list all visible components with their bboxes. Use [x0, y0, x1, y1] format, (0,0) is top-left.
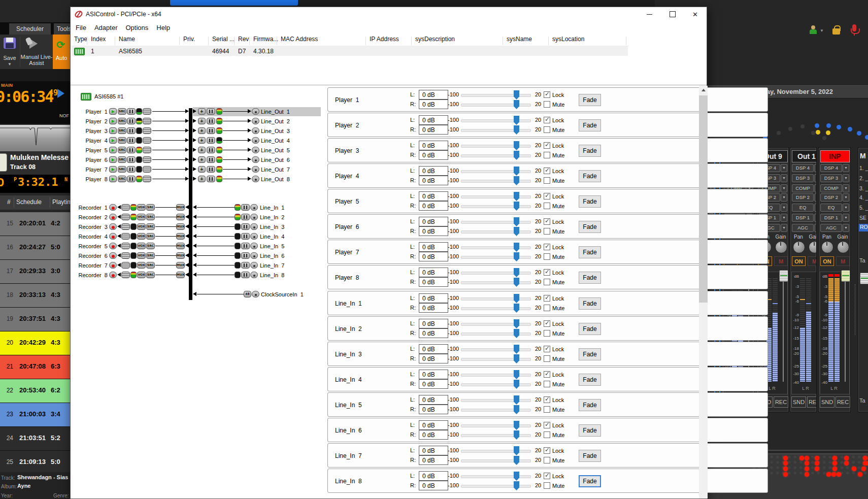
tree-player-row[interactable]: Player 3 SRC + Line_Out 3: [73, 126, 326, 136]
sum-icon[interactable]: +: [198, 108, 206, 115]
meter-icon[interactable]: [130, 272, 137, 278]
volume-icon[interactable]: [207, 118, 215, 124]
playlist-row[interactable]: 22 20:53:40 6:2: [0, 379, 70, 403]
fade-button[interactable]: Fade: [579, 424, 601, 437]
column-header[interactable]: sysDescription: [415, 36, 455, 46]
fx-dropdown-icon[interactable]: ▼: [814, 174, 817, 182]
linein-icon[interactable]: [250, 272, 258, 278]
playlist-row[interactable]: 20 20:42:29 4:3: [0, 331, 70, 355]
lock-checkbox[interactable]: ✓: [544, 371, 550, 378]
right-gain-input[interactable]: [419, 455, 448, 465]
src-icon[interactable]: SRC: [146, 233, 155, 240]
gain-slider[interactable]: [461, 170, 531, 173]
side-item[interactable]: 3. _: [859, 185, 868, 191]
src-icon[interactable]: SRC: [118, 127, 126, 134]
meter-icon[interactable]: [130, 252, 137, 259]
volume-icon[interactable]: [127, 156, 136, 163]
lock-checkbox[interactable]: ✓: [544, 396, 550, 403]
mute-checkbox[interactable]: [544, 355, 550, 362]
rec-button[interactable]: REC: [774, 396, 788, 408]
fx-dropdown-icon[interactable]: ▼: [781, 164, 787, 172]
mux-icon[interactable]: MUX: [176, 272, 185, 278]
mute-button[interactable]: M: [808, 256, 817, 266]
src-icon[interactable]: SRC: [118, 108, 126, 115]
playlist-row[interactable]: 25 21:09:13 5:0: [0, 451, 70, 475]
title-bar[interactable]: ASIControl - PCI/PCIe - x64 ✕: [71, 7, 707, 21]
meter-icon[interactable]: [136, 118, 142, 124]
tree-player-row[interactable]: Player 1 SRC + Line_Out 1: [73, 107, 326, 116]
fx-dropdown-icon[interactable]: ▼: [781, 214, 787, 222]
linein-icon[interactable]: [250, 262, 258, 269]
gain-slider-thumb[interactable]: [514, 125, 519, 135]
meter-icon[interactable]: [235, 204, 241, 211]
left-gain-input[interactable]: [419, 471, 448, 481]
meter-icon[interactable]: [136, 127, 142, 134]
gain-slider[interactable]: [461, 485, 531, 488]
column-header[interactable]: Type: [74, 36, 87, 46]
mute-block-icon[interactable]: [143, 118, 151, 124]
snd-button[interactable]: SND: [820, 396, 834, 408]
tree-player-row[interactable]: Player 6 SRC + Line_Out 6: [73, 155, 326, 164]
left-gain-input[interactable]: [419, 370, 448, 379]
gain-slider-thumb[interactable]: [514, 217, 519, 226]
gain-slider[interactable]: [461, 424, 531, 427]
mute-button[interactable]: M: [836, 256, 850, 266]
close-button[interactable]: ✕: [684, 7, 707, 21]
fader-handle[interactable]: [841, 270, 850, 282]
menu-file[interactable]: File: [72, 22, 90, 31]
fx-dropdown-icon[interactable]: ▼: [843, 204, 849, 212]
sum-icon[interactable]: +: [198, 147, 206, 153]
maximize-button[interactable]: [661, 7, 684, 21]
linein-icon[interactable]: [250, 204, 258, 211]
side-item[interactable]: 4. _: [859, 194, 868, 201]
lock-checkbox[interactable]: ✓: [544, 346, 550, 352]
gain-slider[interactable]: [461, 358, 531, 361]
column-header[interactable]: Firmwa...: [253, 36, 278, 46]
vox-icon[interactable]: VOX: [137, 223, 146, 230]
side-item-selected[interactable]: RO: [859, 224, 868, 231]
lineout-icon[interactable]: [252, 127, 259, 134]
gain-slider-thumb[interactable]: [514, 141, 519, 150]
volume-icon[interactable]: [207, 108, 215, 115]
vox-icon[interactable]: VOX: [137, 262, 146, 269]
meter-icon[interactable]: [130, 204, 137, 211]
tree-player-row[interactable]: Player 2 SRC + Line_Out 2: [73, 117, 326, 126]
gain-slider-thumb[interactable]: [514, 481, 519, 490]
gain-slider[interactable]: [461, 450, 531, 453]
src-icon[interactable]: SRC: [146, 252, 155, 259]
play-icon[interactable]: [109, 108, 117, 115]
fx-dropdown-icon[interactable]: ▼: [843, 164, 849, 172]
right-gain-input[interactable]: [419, 303, 448, 313]
src-icon[interactable]: SRC: [146, 204, 155, 211]
right-gain-input[interactable]: [419, 176, 448, 185]
gain-knob[interactable]: [837, 241, 849, 253]
right-gain-input[interactable]: [419, 226, 448, 236]
lock-checkbox[interactable]: ✓: [544, 117, 550, 123]
scrollbar[interactable]: [699, 86, 708, 498]
src-icon[interactable]: SRC: [146, 223, 155, 230]
volume-icon[interactable]: [241, 204, 250, 211]
mux-icon[interactable]: MUX: [176, 262, 185, 269]
tree-recorder-row[interactable]: Recorder 6 VOX SRC MUX Line_In 6: [73, 251, 326, 260]
mute-checkbox[interactable]: [544, 431, 550, 438]
lineout-icon[interactable]: [252, 137, 259, 144]
fx-button[interactable]: DSP 3: [820, 174, 842, 182]
mute-block-icon[interactable]: [143, 156, 151, 163]
linein-icon[interactable]: [250, 233, 258, 240]
lock-checkbox[interactable]: ✓: [544, 168, 550, 174]
fx-dropdown-icon[interactable]: ▼: [781, 204, 787, 212]
record-icon[interactable]: [109, 262, 117, 269]
gain-slider-thumb[interactable]: [514, 430, 519, 440]
record-icon[interactable]: [109, 252, 117, 259]
left-gain-input[interactable]: [419, 344, 448, 354]
mute-checkbox[interactable]: [544, 203, 550, 209]
meter-icon[interactable]: [235, 262, 241, 269]
tree-player-row[interactable]: Player 5 SRC + Line_Out 5: [73, 146, 326, 155]
mute-button[interactable]: M: [774, 256, 788, 266]
gain-slider-thumb[interactable]: [514, 421, 519, 430]
gain-slider-thumb[interactable]: [514, 202, 519, 211]
sum-icon[interactable]: +: [198, 156, 206, 163]
right-gain-input[interactable]: [419, 354, 448, 363]
meter-icon[interactable]: [235, 272, 241, 278]
save-button[interactable]: Save ▼: [0, 35, 19, 69]
